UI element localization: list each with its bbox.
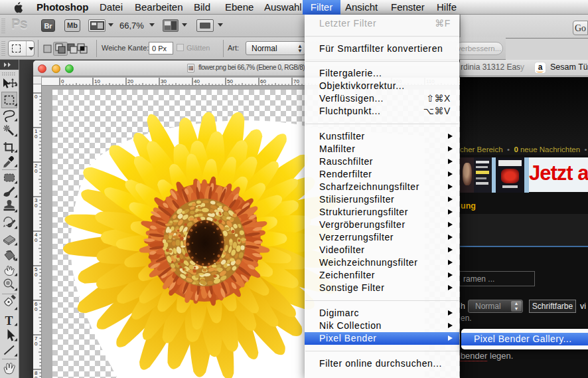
svg-text:0: 0 [35, 94, 38, 100]
svg-text:0: 0 [35, 341, 38, 347]
svg-text:0: 0 [35, 168, 38, 174]
svg-text:0: 0 [35, 306, 38, 312]
svg-text:70: 70 [293, 78, 299, 84]
svg-text:10: 10 [94, 78, 100, 84]
svg-text:0: 0 [35, 272, 38, 278]
svg-text:20: 20 [127, 78, 133, 84]
svg-text:50: 50 [227, 78, 233, 84]
svg-text:120: 120 [459, 78, 460, 84]
svg-text:0: 0 [35, 375, 38, 378]
svg-text:0: 0 [35, 203, 38, 209]
svg-text:60: 60 [260, 78, 266, 84]
svg-text:30: 30 [161, 78, 167, 84]
svg-text:0: 0 [35, 134, 38, 140]
svg-text:0: 0 [61, 78, 64, 84]
svg-text:40: 40 [194, 78, 200, 84]
svg-text:T: T [5, 314, 13, 328]
svg-text:0: 0 [35, 237, 38, 243]
